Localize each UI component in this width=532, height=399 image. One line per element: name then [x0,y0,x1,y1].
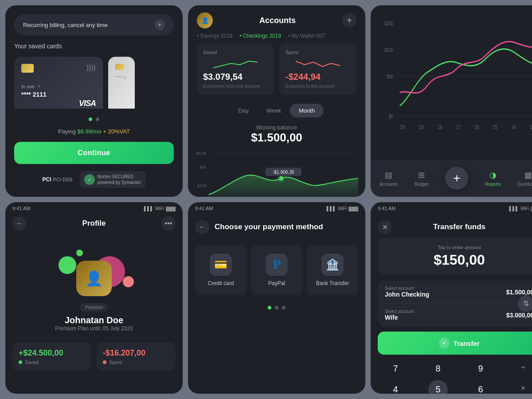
payment-dot-3 [282,306,286,309]
norton-icon: ✓ [84,174,95,185]
reports-chart: $25k $10k $5k $0 '20 '19 '18 '17 '16 '15… [371,5,532,160]
period-week-button[interactable]: Week [258,104,290,117]
tab-wallet[interactable]: My Wallet 007 [288,33,325,39]
profile-panel: 9:41 AM ▌▌▌ WiFi ▓▓▓ ← Profile ••• 👤 Pre… [5,202,183,394]
nav-item-accounts[interactable]: ▤ Accounts [379,170,398,187]
profile-avatar-bg: 👤 [50,243,138,296]
reports-panel: $25k $10k $5k $0 '20 '19 '18 '17 '16 '15… [371,5,532,197]
svg-text:'1': '1' [529,124,532,130]
billing-header-text: Recurring billing, cancel any time [23,22,108,28]
svg-text:$100: $100 [197,184,206,188]
back-button[interactable]: ← [12,216,27,231]
payment-dots [188,302,365,313]
period-day-button[interactable]: Day [230,104,258,117]
period-month-button[interactable]: Month [290,104,324,117]
transfer-amount-value: $150,00 [385,252,532,268]
profile-spent-value: -$16.207,00 [103,348,169,358]
payment-battery-icon: ▓▓▓ [348,206,358,211]
card-light[interactable]: **** 4 [108,57,135,109]
paypal-option[interactable]: 𝐏 PayPal [251,245,302,295]
blob-green-small [76,250,83,256]
transfer-amount-label: Tap to enter amount [385,245,532,250]
svg-text:'16: '16 [474,124,479,130]
accounts-tabs: Savings 2019 Checkings 2019 My Wallet 00… [188,28,365,43]
svg-text:$25k: $25k [384,20,393,26]
transfer-accounts: Select account John Checking $1.500,00 S… [378,281,532,326]
numpad-9[interactable]: 9 [459,358,502,379]
more-button[interactable]: ••• [161,216,176,231]
profile-time: 9:41 AM [12,206,30,211]
reports-nav-label: Reports [485,182,501,187]
svg-text:'14: '14 [511,124,516,130]
nav-item-dashboard[interactable]: ▩ Dashboard [517,170,532,187]
saved-cards-title: Your saved cards [14,43,174,50]
security-badges: PCI PCI DSS ✓ Norton SECURED powered by … [14,171,174,188]
bank-label: Bank Transfer [316,280,349,286]
transfer-amount-card[interactable]: Tap to enter amount $150,00 [378,238,532,275]
blob-green [59,256,76,274]
svg-text:$5k: $5k [387,73,393,79]
payment-status-icons: ▌▌▌ WiFi ▓▓▓ [327,206,358,211]
svg-text:$1k: $1k [200,165,207,169]
nfc-icon: )))) [86,64,96,72]
numpad-divide[interactable]: ÷ [502,358,532,379]
nav-item-budget[interactable]: ⊞ Budget [415,170,429,187]
payment-back-button[interactable]: ← [195,220,209,234]
spent-sublabel: Expenses in this account [286,84,350,89]
dashboard-nav-icon: ▩ [524,170,532,180]
budget-nav-label: Budget [415,182,429,187]
payment-status-bar: 9:41 AM ▌▌▌ WiFi ▓▓▓ [188,202,365,215]
card-dark[interactable]: )))) In use ✓ **** 2111 VISA [14,57,103,109]
bank-transfer-option[interactable]: 🏦 Bank Transfer [307,245,358,295]
payment-title: Choose your payment method [215,223,323,231]
svg-text:'18: '18 [437,124,442,130]
dot-1 [89,117,92,121]
profile-title: Profile [82,219,106,228]
card-chip-icon-2 [115,64,124,70]
continue-button[interactable]: Continue [14,142,174,164]
saved-dot [19,360,22,364]
card-number-2: **** 4 [115,75,128,80]
swap-accounts-button[interactable]: ⇅ [518,296,532,312]
accounts-stats: Saved $3.079,54 Economies from this acco… [188,43,365,100]
svg-text:'15: '15 [493,124,498,130]
numpad-4[interactable]: 4 [374,379,417,394]
billing-add-button[interactable]: + [154,20,165,30]
profile-plan: Premium Plan until: 05 July 2020 [5,325,183,332]
profile-spent-stat: -$16.207,00 Spent [97,342,176,371]
transfer-account-2[interactable]: Select account Wife $3.000,00 [378,303,532,326]
nav-add-button[interactable]: + [445,167,468,190]
spent-stat-card: Spent -$244,94 Expenses in this account [279,43,356,95]
working-balance-label: Working ballance [197,125,356,131]
credit-card-icon: 💳 [210,254,232,276]
budget-nav-icon: ⊞ [418,170,425,180]
norton-badge: ✓ Norton SECURED powered by Symantec [80,171,146,188]
saved-value: $3.079,54 [203,72,268,82]
transfer-status-icons: ▌▌▌ WiFi ▓▓▓ [509,206,532,211]
transfer-close-button[interactable]: ✕ [378,220,392,234]
transfer-check-icon: ✓ [439,338,450,348]
account2-info: Select account Wife [385,309,414,321]
blob-pink-small [123,276,134,287]
numpad-6[interactable]: 6 [459,379,502,394]
tab-checkings[interactable]: Checkings 2019 [239,33,281,39]
transfer-button[interactable]: ✓ Transfer [378,332,532,355]
period-selector: Day Week Month [197,104,356,117]
payment-dot-2 [275,306,278,309]
tab-savings[interactable]: Savings 2019 [197,33,232,39]
credit-card-option[interactable]: 💳 Credit card [195,245,246,295]
accounts-add-button[interactable]: + [342,13,356,27]
pci-badge: PCI PCI DSS [43,176,73,183]
numpad-8[interactable]: 8 [417,358,459,379]
numpad-7[interactable]: 7 [374,358,417,379]
nav-item-reports[interactable]: ◑ Reports [485,170,501,187]
numpad-5[interactable]: 5 [428,380,448,394]
transfer-wifi-icon: WiFi [520,206,529,211]
paying-text: Paying $6.99/mo + 20%VAT [14,128,174,135]
svg-text:'20: '20 [400,124,405,130]
svg-text:'17: '17 [455,124,461,130]
numpad-multiply[interactable]: × [502,379,532,394]
card-dots [14,117,174,121]
status-icons: ▌▌▌ WiFi ▓▓▓ [144,206,176,211]
transfer-account-1[interactable]: Select account John Checking $1.500,00 [378,281,532,303]
